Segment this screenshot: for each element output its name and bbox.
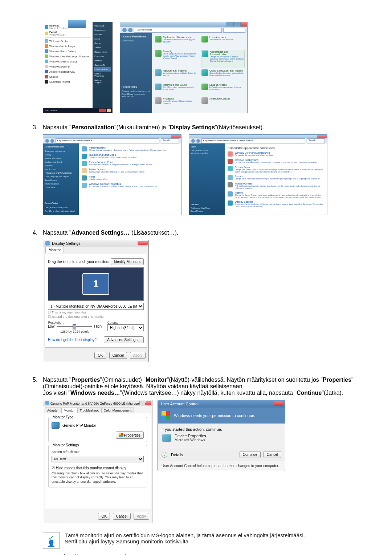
advanced-settings-button[interactable]: Advanced Settings... <box>104 336 144 343</box>
resolution-value: 1280 by 1024 pixels <box>48 330 102 333</box>
note: ✓ 👤 Tämä monitorin ajuri on sertifioidun… <box>43 532 359 549</box>
step-5: 5. Napsauta "Properties"(Ominaisuudet) "… <box>33 377 359 396</box>
uac-footer: User Account Control helps stop unauthor… <box>158 461 285 471</box>
refresh-rate-label: Screen refresh rate: <box>52 450 144 454</box>
properties-button[interactable]: Properties <box>116 432 144 439</box>
uac-heading: Windows needs your permission to contion… <box>174 413 255 418</box>
step-4: 4. Napsauta "Advanced Settings…"(Lisäase… <box>33 230 359 236</box>
close-icon[interactable] <box>146 401 151 405</box>
colors-label: Colors: <box>107 321 144 324</box>
step-3: 3. Napsauta "Personalization"(Mukauttami… <box>33 124 359 131</box>
hide-modes-description: Clearing this check box allows you to se… <box>52 471 144 484</box>
uac-started-label: If you started this action, continue. <box>162 427 281 432</box>
close-icon[interactable] <box>274 401 283 406</box>
continue-button[interactable]: Continue <box>240 451 261 458</box>
monitor-properties-dialog: Generic PnP Monitor and NVIDIA GeForce 6… <box>43 400 152 523</box>
cancel-button[interactable]: Cancel <box>113 513 131 520</box>
person-icon: 👤 <box>47 541 55 546</box>
monitor-icon <box>45 401 49 405</box>
identify-monitors-button[interactable]: Identify Monitors <box>111 258 144 265</box>
monitor-select[interactable]: 1. (Multiple Monitors) on NVIDIA GeForce… <box>48 303 144 310</box>
shield-icon <box>162 411 170 420</box>
colors-select[interactable]: Highest (32 bit) <box>107 324 144 331</box>
tab-monitor[interactable]: Monitor <box>61 408 77 413</box>
shield-icon <box>119 433 123 437</box>
uac-dialog: User Account Control Windows needs your … <box>158 400 285 471</box>
tab-color-management[interactable]: Color Management <box>101 408 134 413</box>
display-settings-dialog: Display Settings Monitor Drag the icons … <box>43 240 149 362</box>
monitor-preview[interactable]: 1 <box>82 273 109 295</box>
hide-modes-checkbox[interactable]: ☑ Hide modes that this monitor cannot di… <box>52 466 144 470</box>
apply-button: Apply <box>130 352 146 359</box>
samsung-link[interactable]: http://www.samsung.com/ <box>64 553 359 555</box>
vista-start-menu: InternetInternet Explorer E-mailWindows … <box>43 22 113 113</box>
control-panel-window: ▸ Control Panel ▸ • Control Panel Home C… <box>120 22 248 113</box>
close-icon[interactable] <box>138 241 148 245</box>
tab-troubleshoot[interactable]: Troubleshoot <box>77 408 101 413</box>
drag-label: Drag the icons to match your monitors. <box>48 260 110 264</box>
best-display-link[interactable]: How do I get the best display? <box>48 338 97 342</box>
details-toggle[interactable]: Details <box>171 453 183 457</box>
tab-monitor[interactable]: Monitor <box>45 247 64 253</box>
note-icon: ✓ 👤 <box>43 532 60 549</box>
apply-button: Apply <box>134 513 149 520</box>
monitor-name: Generic PnP Monitor <box>62 424 96 428</box>
monitor-icon <box>45 241 50 246</box>
resolution-slider[interactable]: LowHigh <box>48 324 102 328</box>
uac-publisher: Microsoft Windows <box>175 438 206 442</box>
device-icon <box>162 434 171 442</box>
refresh-rate-select[interactable]: 60 Hertz <box>52 456 144 462</box>
chevron-down-icon[interactable]: ⌄ <box>162 452 167 458</box>
tab-adapter[interactable]: Adapter <box>45 408 61 413</box>
monitor-icon <box>52 422 60 429</box>
personalization-window: ▸ Appearance and Personalization ▸ Perso… <box>189 134 327 215</box>
help-icon[interactable] <box>139 401 145 405</box>
cancel-button[interactable]: Cancel <box>264 451 281 458</box>
main-monitor-checkbox: ☐ This is my main monitor <box>48 311 144 314</box>
appearance-window: ▸ Appearance and Personalization ▸Search… <box>43 134 181 215</box>
ok-button[interactable]: OK <box>98 513 110 520</box>
uac-program-name: Device Properties <box>175 434 206 438</box>
extend-desktop-checkbox: ☐ Extend the desktop onto this monitor <box>48 315 144 319</box>
resolution-label: Resolution: <box>48 321 102 324</box>
cancel-button[interactable]: Cancel <box>109 352 127 359</box>
ok-button[interactable]: OK <box>94 352 106 359</box>
